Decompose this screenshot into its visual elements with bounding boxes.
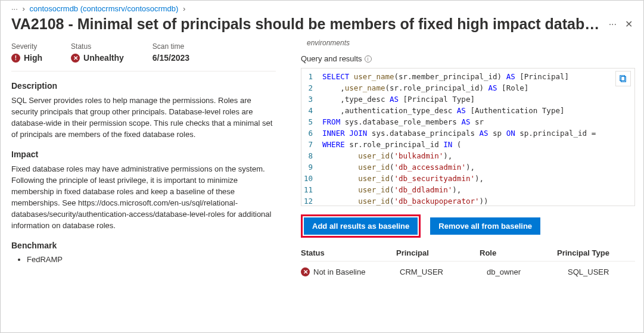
env-note: environments: [301, 39, 635, 47]
query-results-label: Query and results i: [301, 54, 635, 63]
scantime-label: Scan time: [153, 42, 189, 51]
status-icon: ✕: [71, 54, 80, 63]
benchmark-item: FedRAMP: [27, 255, 276, 264]
col-ptype[interactable]: Principal Type: [557, 248, 635, 257]
scantime-value: 6/15/2023: [153, 53, 189, 63]
breadcrumb: ··· › contosocrmdb (contocrmsrv/contosoc…: [1, 1, 643, 14]
col-principal[interactable]: Principal: [396, 248, 480, 257]
impact-heading: Impact: [11, 150, 276, 159]
info-icon[interactable]: i: [365, 55, 372, 63]
breadcrumb-link[interactable]: contosocrmdb (contocrmsrv/contosocrmdb): [29, 4, 178, 13]
breadcrumb-ellipsis[interactable]: ···: [11, 4, 18, 13]
impact-text: Fixed database roles may have administra…: [11, 164, 276, 231]
benchmark-heading: Benchmark: [11, 241, 276, 250]
description-heading: Description: [11, 81, 276, 91]
description-text: SQL Server provides roles to help manage…: [11, 95, 276, 140]
page-title: VA2108 - Minimal set of principals shoul…: [11, 15, 601, 33]
summary-row: Severity ! High Status ✕ Unhealthy Scan …: [11, 39, 276, 71]
row-ptype: SQL_USER: [568, 267, 635, 276]
notinbaseline-icon: ✕: [301, 267, 310, 276]
query-code-box: 123456789101112 SELECT user_name(sr.memb…: [301, 68, 635, 206]
more-icon[interactable]: ···: [609, 19, 617, 30]
row-status: Not in Baseline: [313, 267, 365, 276]
results-table: Status Principal Role Principal Type ✕ N…: [301, 248, 635, 276]
severity-label: Severity: [11, 42, 42, 51]
status-label: Status: [71, 42, 124, 51]
col-status[interactable]: Status: [301, 248, 396, 257]
close-icon[interactable]: ✕: [625, 18, 633, 30]
severity-icon: !: [11, 54, 20, 63]
breadcrumb-sep: ›: [183, 4, 185, 13]
add-baseline-button[interactable]: Add all results as baseline: [304, 217, 418, 235]
severity-value: High: [24, 53, 42, 63]
status-value: Unhealthy: [83, 53, 124, 63]
breadcrumb-sep: ›: [22, 4, 24, 13]
benchmark-list: FedRAMP: [11, 255, 276, 264]
col-role[interactable]: Role: [480, 248, 557, 257]
table-row[interactable]: ✕ Not in Baseline CRM_USER db_owner SQL_…: [301, 262, 635, 276]
row-principal: CRM_USER: [400, 267, 483, 276]
add-baseline-highlight: Add all results as baseline: [301, 214, 421, 238]
row-role: db_owner: [487, 267, 564, 276]
remove-baseline-button[interactable]: Remove all from baseline: [430, 217, 540, 235]
copy-icon[interactable]: [615, 71, 631, 86]
